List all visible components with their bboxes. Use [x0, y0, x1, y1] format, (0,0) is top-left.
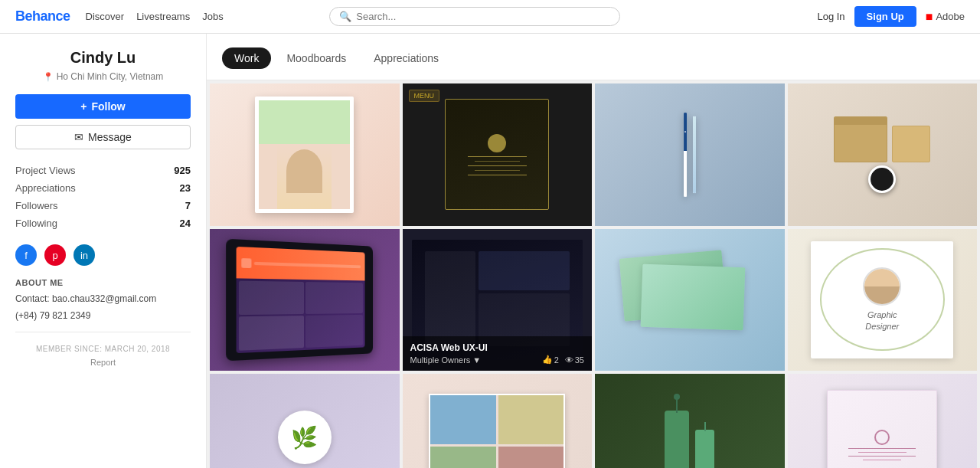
- stat-label-1: Appreciations: [15, 182, 76, 194]
- nav-discover[interactable]: Discover: [86, 11, 125, 22]
- acisa-title: ACISA Web UX-UI: [410, 342, 585, 353]
- project-card-12[interactable]: [788, 374, 978, 468]
- facebook-link[interactable]: f: [15, 244, 37, 266]
- top-nav: Behance Discover Livestreams Jobs 🔍 Log …: [0, 0, 980, 34]
- about-section: ABOUT ME Contact: bao.chau332@gmail.com …: [15, 278, 191, 322]
- acisa-meta: Multiple Owners ▼ 👍 2 👁 35: [410, 355, 585, 365]
- stat-appreciations: Appreciations 23: [15, 179, 191, 197]
- stat-label-2: Followers: [15, 200, 58, 211]
- signup-button[interactable]: Sign Up: [854, 6, 916, 27]
- project-card-4[interactable]: [788, 83, 978, 226]
- tab-appreciations[interactable]: Appreciations: [361, 47, 451, 69]
- acisa-views: 👁 35: [565, 355, 584, 365]
- stat-value-1: 23: [180, 182, 191, 194]
- project-card-11[interactable]: [595, 374, 785, 468]
- search-icon: 🔍: [339, 11, 351, 22]
- project-card-7[interactable]: [595, 229, 785, 371]
- project-card-5[interactable]: [210, 229, 400, 371]
- stat-label-3: Following: [15, 218, 57, 229]
- nav-jobs[interactable]: Jobs: [202, 11, 223, 22]
- project-card-8[interactable]: Graphic Designer: [788, 229, 978, 371]
- project-card-2[interactable]: MENU: [403, 83, 593, 226]
- pinterest-link[interactable]: p: [44, 244, 66, 266]
- project-card-10[interactable]: [403, 374, 593, 468]
- social-links: f p in: [15, 244, 191, 266]
- project-card-3[interactable]: [595, 83, 785, 226]
- nav-livestreams[interactable]: Livestreams: [136, 11, 190, 22]
- tab-bar: Work Moodboards Appreciations: [207, 34, 980, 80]
- stat-value-0: 925: [174, 165, 191, 176]
- stats-section: Project Views 925 Appreciations 23 Follo…: [15, 162, 191, 232]
- behance-logo[interactable]: Behance: [15, 8, 70, 25]
- message-label: Message: [88, 131, 132, 143]
- acisa-dropdown-icon: ▼: [472, 355, 481, 365]
- adobe-link[interactable]: ■ Adobe: [926, 10, 965, 24]
- stat-project-views: Project Views 925: [15, 162, 191, 179]
- sidebar: Cindy Lu 📍 Ho Chi Minh City, Vietnam + F…: [0, 34, 207, 468]
- follow-label: Follow: [91, 100, 125, 113]
- profile-name: Cindy Lu: [15, 49, 191, 67]
- profile-location: 📍 Ho Chi Minh City, Vietnam: [15, 71, 191, 82]
- report-link[interactable]: Report: [15, 358, 191, 367]
- message-icon: ✉: [74, 131, 83, 143]
- about-label: ABOUT ME: [15, 278, 191, 287]
- login-button[interactable]: Log In: [817, 11, 844, 22]
- follow-plus-icon: +: [80, 100, 87, 113]
- content-area: Work Moodboards Appreciations: [207, 34, 980, 468]
- acisa-owner: Multiple Owners ▼: [410, 355, 482, 365]
- acisa-owner-text: Multiple Owners: [410, 355, 471, 365]
- nav-actions: Log In Sign Up ■ Adobe: [817, 6, 965, 27]
- stat-label-0: Project Views: [15, 165, 76, 176]
- project-card-6[interactable]: ACISA Web UX-UI Multiple Owners ▼ 👍 2 👁 …: [403, 229, 593, 371]
- tab-moodboards[interactable]: Moodboards: [274, 47, 358, 69]
- adobe-icon: ■: [926, 10, 933, 24]
- acisa-overlay: ACISA Web UX-UI Multiple Owners ▼ 👍 2 👁 …: [403, 336, 593, 371]
- linkedin-link[interactable]: in: [74, 244, 95, 266]
- about-phone: (+84) 79 821 2349: [15, 309, 191, 322]
- adobe-label: Adobe: [936, 11, 965, 22]
- message-button[interactable]: ✉ Message: [15, 125, 191, 149]
- search-input[interactable]: [356, 11, 610, 22]
- stat-followers: Followers 7: [15, 197, 191, 214]
- project-card-9[interactable]: 🌿 LADOVA: [210, 374, 400, 468]
- follow-button[interactable]: + Follow: [15, 94, 191, 119]
- stat-value-2: 7: [185, 200, 191, 211]
- main-layout: Cindy Lu 📍 Ho Chi Minh City, Vietnam + F…: [0, 34, 980, 468]
- projects-grid: MENU: [207, 80, 980, 468]
- location-icon: 📍: [43, 72, 54, 82]
- tab-work[interactable]: Work: [222, 47, 271, 69]
- acisa-stats: 👍 2 👁 35: [542, 355, 584, 365]
- profile-location-text: Ho Chi Minh City, Vietnam: [57, 71, 164, 82]
- divider: [15, 332, 191, 332]
- search-bar: 🔍: [329, 7, 620, 26]
- stat-value-3: 24: [180, 218, 191, 229]
- about-contact: Contact: bao.chau332@gmail.com: [15, 292, 191, 306]
- stat-following: Following 24: [15, 214, 191, 232]
- acisa-likes: 👍 2: [542, 355, 559, 365]
- nav-links: Discover Livestreams Jobs: [86, 11, 224, 22]
- member-since: MEMBER SINCE: MARCH 20, 2018: [15, 345, 191, 353]
- project-card-1[interactable]: [210, 83, 400, 226]
